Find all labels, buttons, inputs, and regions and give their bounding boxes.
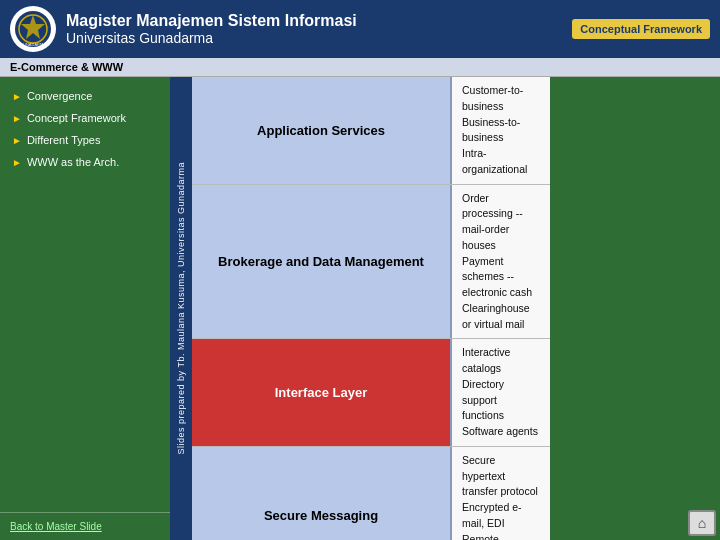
sidebar: ► Convergence ► Concept Framework ► Diff… <box>0 77 170 540</box>
sidebar-item-convergence[interactable]: ► Convergence <box>0 85 170 107</box>
sidebar-bottom: Back to Master Slide <box>0 512 170 540</box>
header: GUNADARMA Magister Manajemen Sistem Info… <box>0 0 720 58</box>
header-title-line2: Universitas Gunadarma <box>66 30 572 47</box>
arrow-icon: ► <box>12 91 22 102</box>
vertical-label-text: Slides prepared by Tb. Maulana Kusuma, U… <box>176 162 186 454</box>
header-title: Magister Manajemen Sistem Informasi Univ… <box>66 11 572 47</box>
header-badge: Conceptual Framework <box>572 19 710 39</box>
ecommerce-bar: E-Commerce & WWW <box>0 58 720 77</box>
arrow-icon: ► <box>12 135 22 146</box>
row1-label: Application Services <box>192 77 452 184</box>
arrow-icon: ► <box>12 157 22 168</box>
table-row: Brokerage and Data Management Order proc… <box>192 185 550 340</box>
row2-desc: Order processing -- mail-order houses Pa… <box>452 185 550 339</box>
vertical-label-panel: Slides prepared by Tb. Maulana Kusuma, U… <box>170 77 192 540</box>
table-row: Interface Layer Interactive catalogs Dir… <box>192 339 550 447</box>
sidebar-item-different-types[interactable]: ► Different Types <box>0 129 170 151</box>
sidebar-item-www-arch[interactable]: ► WWW as the Arch. <box>0 151 170 173</box>
row1-desc: Customer-to-business Business-to-busines… <box>452 77 550 184</box>
svg-text:GUNADARMA: GUNADARMA <box>20 42 46 47</box>
row2-label: Brokerage and Data Management <box>192 185 452 339</box>
row4-label: Secure Messaging <box>192 447 452 540</box>
arrow-icon: ► <box>12 113 22 124</box>
sidebar-item-concept-framework[interactable]: ► Concept Framework <box>0 107 170 129</box>
main-content: ► Convergence ► Concept Framework ► Diff… <box>0 77 720 540</box>
row4-desc: Secure hypertext transfer protocol Encry… <box>452 447 550 540</box>
home-icon-area: ⌂ <box>550 77 720 540</box>
row3-desc: Interactive catalogs Directory support f… <box>452 339 550 446</box>
sidebar-nav: ► Convergence ► Concept Framework ► Diff… <box>0 77 170 512</box>
back-to-master-link[interactable]: Back to Master Slide <box>10 521 160 532</box>
home-icon: ⌂ <box>698 515 706 531</box>
university-logo: GUNADARMA <box>10 6 56 52</box>
home-button[interactable]: ⌂ <box>688 510 716 536</box>
header-title-line1: Magister Manajemen Sistem Informasi <box>66 11 572 30</box>
table-row: Secure Messaging Secure hypertext transf… <box>192 447 550 540</box>
row3-label: Interface Layer <box>192 339 452 446</box>
table-area: Application Services Customer-to-busines… <box>192 77 550 540</box>
table-row: Application Services Customer-to-busines… <box>192 77 550 185</box>
